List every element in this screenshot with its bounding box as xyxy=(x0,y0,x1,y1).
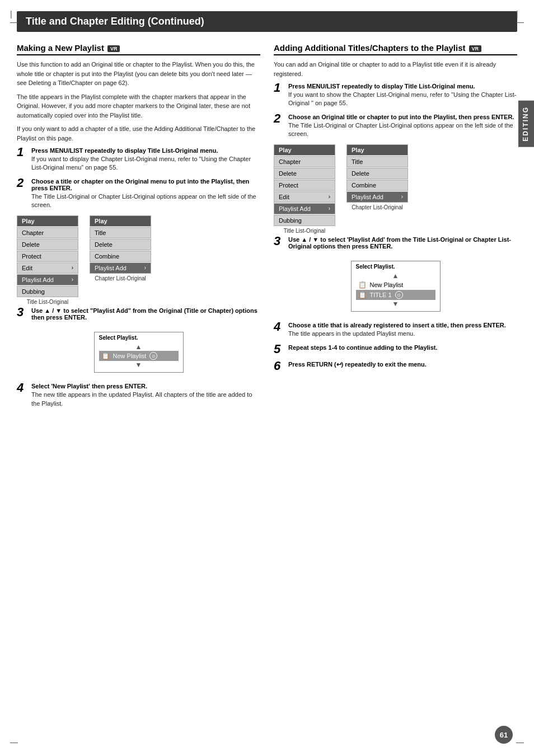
right-menu-container: Play Chapter Delete Protect Edit › Playl… xyxy=(274,144,517,234)
left-playlist-arrow-down: ▼ xyxy=(99,361,179,369)
right-step-1: 1 Press MENU/LIST repeatedly to display … xyxy=(274,83,517,108)
right-playlist-arrow-down: ▼ xyxy=(356,300,435,308)
left-playlist-icon: 📋 xyxy=(101,352,110,360)
left-cl-playlist-add: Playlist Add › xyxy=(90,262,151,274)
right-step-5-title: Repeat steps 1-4 to continue adding to t… xyxy=(288,344,517,351)
right-step-4-number: 4 xyxy=(274,321,286,333)
left-step-1-title: Press MENU/LIST repeatedly to display Ti… xyxy=(31,147,260,154)
left-select-playlist-box: Select Playlist. ▲ 📋 New Playlist ⊙ ▼ xyxy=(94,332,184,373)
right-step-5: 5 Repeat steps 1-4 to continue adding to… xyxy=(274,344,517,355)
page-header: Title and Chapter Editing (Continued) xyxy=(17,11,517,32)
right-step-4-title: Choose a title that is already registere… xyxy=(288,322,517,328)
left-tl-edit: Edit › xyxy=(17,262,78,274)
left-select-playlist-wrapper: Select Playlist. ▲ 📋 New Playlist ⊙ ▼ xyxy=(17,327,260,378)
right-step-1-body: If you want to show the Chapter List-Ori… xyxy=(288,91,517,108)
right-playlist-arrow-up: ▲ xyxy=(356,272,435,280)
left-section-heading: Making a New PlaylistVR xyxy=(17,43,260,55)
left-menu-container: Play Chapter Delete Protect Edit › Playl… xyxy=(17,215,260,305)
right-tl-playlist-add: Playlist Add › xyxy=(274,203,335,214)
left-tl-label: Title List-Original xyxy=(17,299,78,305)
left-title-list-menu: Play Chapter Delete Protect Edit › Playl… xyxy=(17,215,78,305)
left-tl-playlist-add: Playlist Add › xyxy=(17,274,78,285)
right-step-2-title: Choose an Original title or chapter to p… xyxy=(288,114,517,120)
left-cl-play: Play xyxy=(90,215,151,227)
right-tl-play: Play xyxy=(274,144,335,156)
editing-sidebar: EDITING xyxy=(518,101,534,147)
right-cl-delete: Delete xyxy=(346,168,408,179)
left-step-4-title: Select 'New Playlist' then press ENTER. xyxy=(31,383,260,389)
left-detail-text2: If you only want to add a chapter of a t… xyxy=(17,124,260,143)
left-step-2: 2 Choose a title or chapter on the Origi… xyxy=(17,178,260,210)
vr-badge-right: VR xyxy=(469,45,482,52)
left-column: Making a New PlaylistVR Use this functio… xyxy=(17,43,260,414)
left-chapter-list-menu: Play Title Delete Combine Playlist Add ›… xyxy=(90,215,151,305)
right-step-4: 4 Choose a title that is already registe… xyxy=(274,322,517,338)
right-step-3: 3 Use ▲ / ▼ to select 'Playlist Add' fro… xyxy=(274,236,517,251)
corner-mark-br: — xyxy=(516,738,524,746)
right-title-icon: 📋 xyxy=(358,291,367,299)
left-step-1: 1 Press MENU/LIST repeatedly to display … xyxy=(17,147,260,172)
page-wrapper: |— |— — — EDITING 61 Title and Chapter E… xyxy=(0,0,534,756)
right-tl-dubbing: Dubbing xyxy=(274,215,335,226)
right-chapter-list-menu: Play Title Delete Combine Playlist Add ›… xyxy=(346,144,408,234)
right-intro-text: You can add an Original title or chapter… xyxy=(274,60,517,78)
left-tl-protect: Protect xyxy=(17,251,78,262)
right-new-playlist-item: 📋 New Playlist xyxy=(356,280,435,290)
left-cl-delete: Delete xyxy=(90,239,151,250)
left-step-1-body: If you want to display the Chapter List-… xyxy=(31,155,260,172)
left-new-playlist-item: 📋 New Playlist ⊙ xyxy=(99,351,179,361)
right-circle-icon: ⊙ xyxy=(395,291,403,299)
right-step-2: 2 Choose an Original title or chapter to… xyxy=(274,114,517,139)
corner-mark-tl: |— xyxy=(10,10,18,26)
right-cl-combine: Combine xyxy=(346,180,408,191)
right-step-6: 6 Press RETURN (↩) repeatedly to exit th… xyxy=(274,361,517,372)
left-step-4-number: 4 xyxy=(17,382,29,394)
corner-mark-tr: |— xyxy=(516,10,524,26)
left-tl-chapter: Chapter xyxy=(17,227,78,238)
corner-mark-bl: — xyxy=(10,738,18,746)
left-step-3-title: Use ▲ / ▼ to select "Playlist Add" from … xyxy=(31,307,260,321)
right-title-list-menu: Play Chapter Delete Protect Edit › Playl… xyxy=(274,144,335,234)
vr-badge-left: VR xyxy=(107,45,120,52)
left-step-3-number: 3 xyxy=(17,306,29,318)
right-step-2-body: The Title List-Original or Chapter List-… xyxy=(288,121,517,139)
right-step-6-title: Press RETURN (↩) repeatedly to exit the … xyxy=(288,361,517,368)
left-cl-title: Title xyxy=(90,227,151,238)
left-step-2-body: The Title List-Original or Chapter List-… xyxy=(31,192,260,210)
left-step-3: 3 Use ▲ / ▼ to select "Playlist Add" fro… xyxy=(17,307,260,322)
left-playlist-arrow-up: ▲ xyxy=(99,343,179,351)
right-tl-chapter: Chapter xyxy=(274,156,335,167)
left-detail-text: The title appears in the Playlist comple… xyxy=(17,92,260,120)
right-step-5-number: 5 xyxy=(274,343,286,355)
left-tl-play: Play xyxy=(17,215,78,227)
right-section-heading: Adding Additional Titles/Chapters to the… xyxy=(274,43,517,55)
right-step-3-number: 3 xyxy=(274,235,286,247)
left-step-2-number: 2 xyxy=(17,177,29,189)
right-tl-delete: Delete xyxy=(274,168,335,179)
right-cl-title: Title xyxy=(346,156,408,167)
right-step-3-title: Use ▲ / ▼ to select 'Playlist Add' from … xyxy=(288,236,517,250)
left-intro-text: Use this function to add an Original tit… xyxy=(17,60,260,88)
left-cl-label: Chapter List-Original xyxy=(90,275,151,281)
right-select-playlist-wrapper: Select Playlist. ▲ 📋 New Playlist 📋 TITL… xyxy=(274,256,517,317)
right-step-1-title: Press MENU/LIST repeatedly to display Ti… xyxy=(288,83,517,90)
right-select-playlist-box: Select Playlist. ▲ 📋 New Playlist 📋 TITL… xyxy=(351,261,441,312)
right-tl-protect: Protect xyxy=(274,180,335,191)
left-step-4: 4 Select 'New Playlist' then press ENTER… xyxy=(17,383,260,408)
right-title1-item: 📋 TITLE 1 ⊙ xyxy=(356,290,435,300)
left-step-4-body: The new title appears in the updated Pla… xyxy=(31,391,260,408)
right-cl-playlist-add: Playlist Add › xyxy=(346,191,408,203)
right-tl-label: Title List-Original xyxy=(274,228,335,234)
two-column-layout: Making a New PlaylistVR Use this functio… xyxy=(17,43,517,414)
right-cl-play: Play xyxy=(346,144,408,156)
right-tl-edit: Edit › xyxy=(274,191,335,203)
right-step-6-number: 6 xyxy=(274,360,286,372)
right-cl-label: Chapter List-Original xyxy=(346,204,408,210)
left-circle-icon: ⊙ xyxy=(149,352,157,360)
left-step-1-number: 1 xyxy=(17,146,29,158)
right-step-2-number: 2 xyxy=(274,112,286,125)
right-select-playlist-title: Select Playlist. xyxy=(356,264,435,270)
left-step-2-title: Choose a title or chapter on the Origina… xyxy=(31,178,260,191)
left-tl-delete: Delete xyxy=(17,239,78,250)
right-step-4-body: The title appears in the updated Playlis… xyxy=(288,330,517,338)
